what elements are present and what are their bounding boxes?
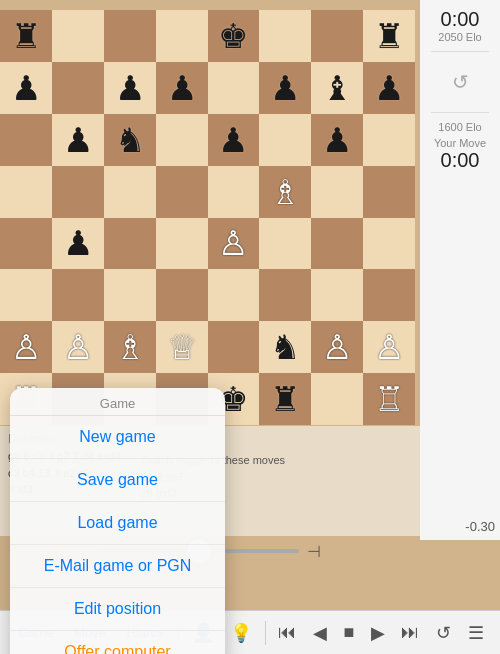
piece: ♟ bbox=[63, 226, 93, 260]
piece: ♟ bbox=[115, 71, 145, 105]
cell-r1-c6[interactable]: ♝ bbox=[311, 62, 363, 114]
cell-r4-c5[interactable] bbox=[259, 218, 311, 270]
menu-offer-computer[interactable]: Offer computer bbox=[10, 631, 225, 654]
top-timer-section: 0:00 2050 Elo bbox=[424, 8, 496, 43]
arrow-icon: ↺ bbox=[452, 70, 469, 94]
cell-r5-c7[interactable] bbox=[363, 269, 415, 321]
cell-r0-c7[interactable]: ♜ bbox=[363, 10, 415, 62]
cell-r0-c1[interactable] bbox=[52, 10, 104, 62]
slider-end-icon: ⊣ bbox=[307, 542, 321, 561]
cell-r3-c3[interactable] bbox=[156, 166, 208, 218]
cell-r1-c4[interactable] bbox=[208, 62, 260, 114]
cell-r4-c2[interactable] bbox=[104, 218, 156, 270]
cell-r6-c7[interactable]: ♙ bbox=[363, 321, 415, 373]
cell-r5-c0[interactable] bbox=[0, 269, 52, 321]
cell-r5-c2[interactable] bbox=[104, 269, 156, 321]
cell-r1-c2[interactable]: ♟ bbox=[104, 62, 156, 114]
cell-r4-c1[interactable]: ♟ bbox=[52, 218, 104, 270]
cell-r3-c5[interactable]: ♗ bbox=[259, 166, 311, 218]
piece: ♜ bbox=[11, 19, 41, 53]
piece: ♙ bbox=[63, 330, 93, 364]
piece: ♟ bbox=[270, 71, 300, 105]
cell-r2-c7[interactable] bbox=[363, 114, 415, 166]
cell-r6-c5[interactable]: ♞ bbox=[259, 321, 311, 373]
cell-r7-c6[interactable] bbox=[311, 373, 363, 425]
cell-r0-c6[interactable] bbox=[311, 10, 363, 62]
piece: ♟ bbox=[167, 71, 197, 105]
cell-r2-c4[interactable]: ♟ bbox=[208, 114, 260, 166]
cell-r6-c0[interactable]: ♙ bbox=[0, 321, 52, 373]
menu-load-game[interactable]: Load game bbox=[10, 502, 225, 545]
cell-r3-c1[interactable] bbox=[52, 166, 104, 218]
cell-r5-c5[interactable] bbox=[259, 269, 311, 321]
cell-r5-c1[interactable] bbox=[52, 269, 104, 321]
cell-r7-c7[interactable]: ♖ bbox=[363, 373, 415, 425]
cell-r0-c3[interactable] bbox=[156, 10, 208, 62]
piece: ♟ bbox=[322, 123, 352, 157]
cell-r1-c0[interactable]: ♟ bbox=[0, 62, 52, 114]
menu-popup: Game New game Save game Load game E-Mail… bbox=[10, 388, 225, 654]
top-timer: 0:00 bbox=[424, 8, 496, 31]
top-elo: 2050 Elo bbox=[424, 31, 496, 43]
piece: ♜ bbox=[270, 382, 300, 416]
piece: ♕ bbox=[167, 330, 197, 364]
cell-r0-c5[interactable] bbox=[259, 10, 311, 62]
cell-r6-c6[interactable]: ♙ bbox=[311, 321, 363, 373]
cell-r3-c7[interactable] bbox=[363, 166, 415, 218]
cell-r6-c3[interactable]: ♕ bbox=[156, 321, 208, 373]
cell-r4-c7[interactable] bbox=[363, 218, 415, 270]
cell-r2-c1[interactable]: ♟ bbox=[52, 114, 104, 166]
cell-r2-c6[interactable]: ♟ bbox=[311, 114, 363, 166]
menu-new-game[interactable]: New game bbox=[10, 416, 225, 459]
piece: ♙ bbox=[322, 330, 352, 364]
bottom-timer-section: 1600 Elo Your Move 0:00 bbox=[424, 121, 496, 172]
toolbar-separator2 bbox=[265, 621, 266, 645]
bulb-icon-btn[interactable]: 💡 bbox=[226, 618, 256, 648]
piece: ♖ bbox=[374, 382, 404, 416]
cell-r2-c5[interactable] bbox=[259, 114, 311, 166]
cell-r5-c3[interactable] bbox=[156, 269, 208, 321]
cell-r2-c3[interactable] bbox=[156, 114, 208, 166]
cell-r0-c0[interactable]: ♜ bbox=[0, 10, 52, 62]
menu-edit-position[interactable]: Edit position bbox=[10, 588, 225, 631]
cell-r2-c0[interactable] bbox=[0, 114, 52, 166]
piece: ♗ bbox=[115, 330, 145, 364]
cell-r3-c6[interactable] bbox=[311, 166, 363, 218]
cell-r4-c3[interactable] bbox=[156, 218, 208, 270]
cell-r0-c4[interactable]: ♚ bbox=[208, 10, 260, 62]
cell-r3-c0[interactable] bbox=[0, 166, 52, 218]
cell-r6-c2[interactable]: ♗ bbox=[104, 321, 156, 373]
refresh-btn[interactable]: ↺ bbox=[432, 618, 455, 648]
settings-btn[interactable]: ☰ bbox=[464, 618, 488, 648]
cell-r1-c3[interactable]: ♟ bbox=[156, 62, 208, 114]
menu-email-game[interactable]: E-Mail game or PGN bbox=[10, 545, 225, 588]
cell-r0-c2[interactable] bbox=[104, 10, 156, 62]
cell-r4-c0[interactable] bbox=[0, 218, 52, 270]
skip-forward-btn[interactable]: ⏭ bbox=[397, 618, 423, 647]
menu-save-game[interactable]: Save game bbox=[10, 459, 225, 502]
cell-r6-c4[interactable] bbox=[208, 321, 260, 373]
cell-r4-c6[interactable] bbox=[311, 218, 363, 270]
piece: ♝ bbox=[322, 71, 352, 105]
cell-r5-c6[interactable] bbox=[311, 269, 363, 321]
chess-board[interactable]: ♜♚♜♟♟♟♟♝♟♟♞♟♟♗♟♙♙♙♗♕♞♙♙♖♚♜♖ abcdefgh bbox=[0, 0, 420, 420]
piece: ♙ bbox=[218, 226, 248, 260]
back-btn[interactable]: ◀ bbox=[309, 618, 331, 648]
menu-header: Game bbox=[10, 388, 225, 416]
piece: ♞ bbox=[270, 330, 300, 364]
cell-r7-c5[interactable]: ♜ bbox=[259, 373, 311, 425]
cell-r1-c1[interactable] bbox=[52, 62, 104, 114]
cell-r1-c5[interactable]: ♟ bbox=[259, 62, 311, 114]
stop-btn[interactable]: ■ bbox=[339, 618, 358, 647]
cell-r3-c2[interactable] bbox=[104, 166, 156, 218]
cell-r6-c1[interactable]: ♙ bbox=[52, 321, 104, 373]
skip-back-btn[interactable]: ⏮ bbox=[274, 618, 300, 647]
cell-r2-c2[interactable]: ♞ bbox=[104, 114, 156, 166]
cell-r1-c7[interactable]: ♟ bbox=[363, 62, 415, 114]
cell-r3-c4[interactable] bbox=[208, 166, 260, 218]
piece: ♟ bbox=[218, 123, 248, 157]
cell-r5-c4[interactable] bbox=[208, 269, 260, 321]
piece: ♞ bbox=[115, 123, 145, 157]
forward-btn[interactable]: ▶ bbox=[367, 618, 389, 648]
cell-r4-c4[interactable]: ♙ bbox=[208, 218, 260, 270]
